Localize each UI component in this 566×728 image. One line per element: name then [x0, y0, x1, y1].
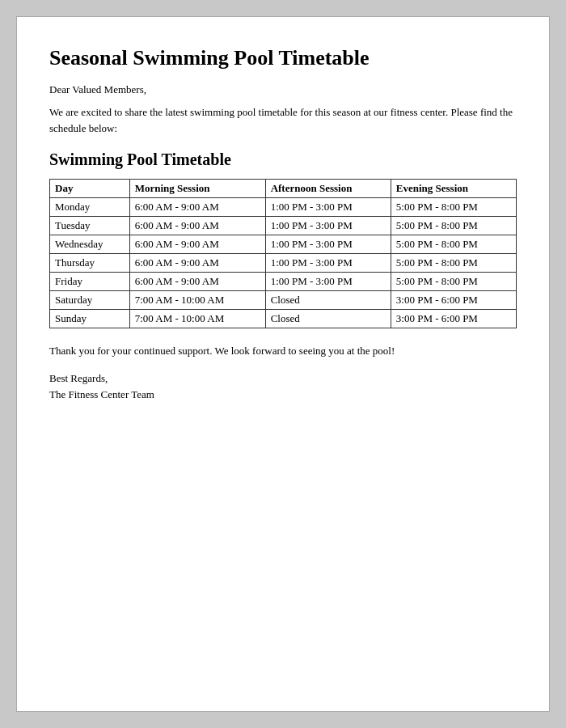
table-cell: 6:00 AM - 9:00 AM: [129, 254, 265, 273]
table-cell: Saturday: [50, 291, 130, 310]
table-row: Tuesday6:00 AM - 9:00 AM1:00 PM - 3:00 P…: [50, 217, 517, 235]
sign-off-line1: Best Regards,: [49, 370, 517, 387]
table-cell: 5:00 PM - 8:00 PM: [391, 273, 516, 291]
table-header-row: Day Morning Session Afternoon Session Ev…: [50, 180, 517, 198]
col-header-afternoon: Afternoon Session: [265, 180, 391, 198]
greeting-text: Dear Valued Members,: [49, 83, 517, 96]
table-cell: 5:00 PM - 8:00 PM: [391, 198, 516, 217]
main-title: Seasonal Swimming Pool Timetable: [49, 46, 517, 70]
table-cell: 6:00 AM - 9:00 AM: [129, 217, 265, 235]
col-header-morning: Morning Session: [129, 180, 265, 198]
table-row: Sunday7:00 AM - 10:00 AMClosed3:00 PM - …: [50, 310, 517, 328]
table-row: Saturday7:00 AM - 10:00 AMClosed3:00 PM …: [50, 291, 517, 310]
section-title: Swimming Pool Timetable: [49, 150, 517, 169]
table-cell: 1:00 PM - 3:00 PM: [265, 198, 391, 217]
page-container: Seasonal Swimming Pool Timetable Dear Va…: [16, 16, 550, 712]
table-cell: Thursday: [50, 254, 130, 273]
table-cell: Wednesday: [50, 235, 130, 254]
col-header-evening: Evening Session: [391, 180, 516, 198]
table-cell: 1:00 PM - 3:00 PM: [265, 235, 391, 254]
intro-text: We are excited to share the latest swimm…: [49, 104, 517, 136]
table-cell: 5:00 PM - 8:00 PM: [391, 254, 516, 273]
table-cell: Sunday: [50, 310, 130, 328]
table-row: Friday6:00 AM - 9:00 AM1:00 PM - 3:00 PM…: [50, 273, 517, 291]
sign-off-line2: The Fitness Center Team: [49, 387, 517, 404]
table-row: Monday6:00 AM - 9:00 AM1:00 PM - 3:00 PM…: [50, 198, 517, 217]
table-cell: Friday: [50, 273, 130, 291]
timetable: Day Morning Session Afternoon Session Ev…: [49, 179, 517, 328]
table-cell: Monday: [50, 198, 130, 217]
col-header-day: Day: [50, 180, 130, 198]
table-row: Wednesday6:00 AM - 9:00 AM1:00 PM - 3:00…: [50, 235, 517, 254]
closing-text: Thank you for your continued support. We…: [49, 343, 517, 359]
table-row: Thursday6:00 AM - 9:00 AM1:00 PM - 3:00 …: [50, 254, 517, 273]
table-cell: 6:00 AM - 9:00 AM: [129, 273, 265, 291]
table-cell: Tuesday: [50, 217, 130, 235]
table-cell: 1:00 PM - 3:00 PM: [265, 273, 391, 291]
table-cell: 3:00 PM - 6:00 PM: [391, 310, 516, 328]
table-cell: 1:00 PM - 3:00 PM: [265, 254, 391, 273]
table-cell: 6:00 AM - 9:00 AM: [129, 235, 265, 254]
table-cell: 3:00 PM - 6:00 PM: [391, 291, 516, 310]
table-cell: Closed: [265, 291, 391, 310]
table-cell: 6:00 AM - 9:00 AM: [129, 198, 265, 217]
table-cell: 7:00 AM - 10:00 AM: [129, 291, 265, 310]
table-cell: 5:00 PM - 8:00 PM: [391, 217, 516, 235]
table-cell: 1:00 PM - 3:00 PM: [265, 217, 391, 235]
table-cell: Closed: [265, 310, 391, 328]
table-cell: 5:00 PM - 8:00 PM: [391, 235, 516, 254]
sign-off: Best Regards, The Fitness Center Team: [49, 370, 517, 404]
table-cell: 7:00 AM - 10:00 AM: [129, 310, 265, 328]
